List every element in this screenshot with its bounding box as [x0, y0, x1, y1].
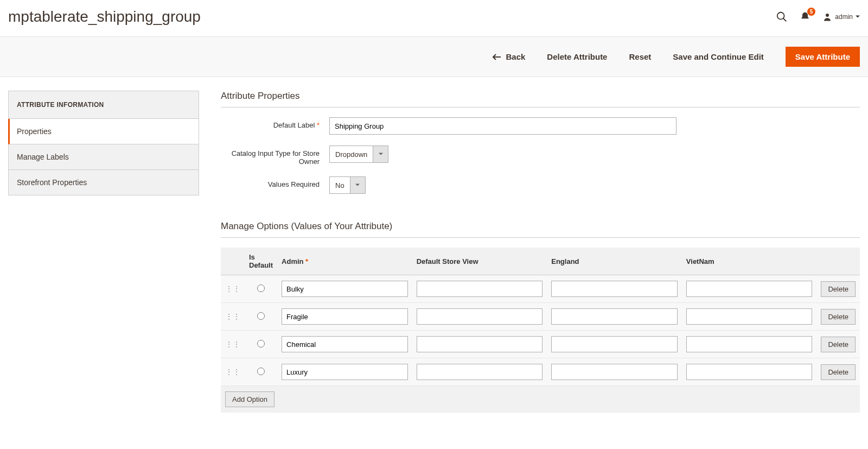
default-label-input[interactable]: [329, 117, 676, 135]
col-admin: Admin: [277, 248, 412, 275]
option-admin-input[interactable]: [282, 281, 408, 297]
option-england-input[interactable]: [551, 336, 678, 352]
option-england-input[interactable]: [551, 308, 678, 325]
col-vietnam: VietNam: [682, 248, 817, 275]
notification-badge: 5: [807, 8, 816, 16]
user-icon: [822, 12, 832, 22]
chevron-down-icon: [373, 146, 388, 162]
option-row: ⋮⋮Delete: [221, 358, 860, 386]
col-england: England: [547, 248, 682, 275]
option-admin-input[interactable]: [282, 308, 408, 325]
manage-options-title: Manage Options (Values of Your Attribute…: [221, 221, 860, 238]
option-vietnam-input[interactable]: [686, 336, 813, 352]
drag-handle-icon[interactable]: ⋮⋮: [225, 340, 240, 349]
sidebar-item-storefront-properties[interactable]: Storefront Properties: [8, 170, 199, 195]
chevron-down-icon: [350, 177, 365, 193]
svg-point-0: [777, 12, 784, 20]
values-required-value: No: [330, 177, 350, 193]
is-default-radio[interactable]: [257, 368, 265, 375]
delete-attribute-button[interactable]: Delete Attribute: [547, 52, 607, 61]
col-default-store: Default Store View: [412, 248, 547, 275]
col-is-default: Is Default: [245, 248, 277, 275]
is-default-radio[interactable]: [257, 284, 265, 292]
option-row: ⋮⋮Delete: [221, 275, 860, 303]
sidebar-item-properties[interactable]: Properties: [8, 119, 199, 144]
save-attribute-button[interactable]: Save Attribute: [786, 47, 860, 67]
arrow-left-icon: [493, 54, 501, 60]
search-icon[interactable]: [776, 11, 788, 23]
reset-button[interactable]: Reset: [629, 52, 651, 61]
values-required-label: Values Required: [221, 176, 329, 188]
page-title: mptablerate_shipping_group: [8, 8, 201, 26]
delete-option-button[interactable]: Delete: [821, 309, 856, 325]
notifications-icon[interactable]: 5: [800, 11, 810, 22]
delete-option-button[interactable]: Delete: [821, 337, 856, 352]
delete-option-button[interactable]: Delete: [821, 281, 856, 297]
values-required-select[interactable]: No: [329, 176, 366, 194]
option-admin-input[interactable]: [282, 364, 408, 380]
svg-line-1: [783, 18, 787, 22]
drag-handle-icon[interactable]: ⋮⋮: [225, 312, 240, 321]
option-default-store-input[interactable]: [417, 308, 543, 325]
user-menu[interactable]: admin: [822, 12, 860, 22]
option-england-input[interactable]: [551, 364, 678, 380]
option-vietnam-input[interactable]: [686, 364, 813, 380]
is-default-radio[interactable]: [257, 312, 265, 320]
option-row: ⋮⋮Delete: [221, 303, 860, 331]
option-england-input[interactable]: [551, 281, 678, 297]
default-label-label: Default Label: [221, 117, 329, 129]
drag-handle-icon[interactable]: ⋮⋮: [225, 284, 240, 293]
sidebar-title: ATTRIBUTE INFORMATION: [8, 91, 199, 119]
option-admin-input[interactable]: [282, 336, 408, 352]
user-name: admin: [835, 13, 853, 21]
save-continue-button[interactable]: Save and Continue Edit: [673, 52, 764, 61]
svg-point-2: [826, 14, 829, 17]
delete-option-button[interactable]: Delete: [821, 364, 856, 380]
option-vietnam-input[interactable]: [686, 308, 813, 325]
add-option-button[interactable]: Add Option: [225, 391, 275, 407]
drag-handle-icon[interactable]: ⋮⋮: [225, 368, 240, 376]
option-row: ⋮⋮Delete: [221, 331, 860, 358]
back-button[interactable]: Back: [493, 52, 525, 61]
input-type-select[interactable]: Dropdown: [329, 146, 388, 163]
input-type-label: Catalog Input Type for Store Owner: [221, 146, 329, 166]
option-default-store-input[interactable]: [417, 364, 543, 380]
option-vietnam-input[interactable]: [686, 281, 813, 297]
option-default-store-input[interactable]: [417, 336, 543, 352]
input-type-value: Dropdown: [330, 146, 373, 162]
option-default-store-input[interactable]: [417, 281, 543, 297]
attribute-properties-title: Attribute Properties: [221, 91, 860, 107]
chevron-down-icon: [856, 15, 860, 19]
sidebar-item-manage-labels[interactable]: Manage Labels: [8, 144, 199, 170]
is-default-radio[interactable]: [257, 340, 265, 347]
